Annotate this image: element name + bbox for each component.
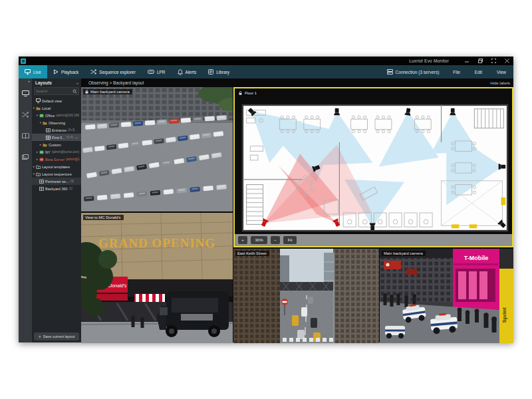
mcdonalds-video: GRAND OPENING McDonald's xyxy=(81,213,233,343)
tab-lpr[interactable]: LPR xyxy=(142,65,172,78)
grid-icon xyxy=(46,136,51,140)
camera-tile-police-street[interactable]: Main backyard camera T-Mobile xyxy=(380,249,513,343)
maps-book-icon[interactable] xyxy=(22,130,29,142)
unlock-icon xyxy=(239,91,243,95)
breadcrumb-bar: Observing > Backyard layout Hide labels xyxy=(81,78,513,87)
floorplan-tile[interactable]: Floor 1 xyxy=(233,87,513,247)
tab-library[interactable]: Library xyxy=(202,65,235,78)
app-icon xyxy=(21,59,26,64)
bell-icon xyxy=(178,69,183,75)
svg-text:T-Mobile: T-Mobile xyxy=(464,255,489,261)
window-title: Luxriot Evo Monitor xyxy=(409,59,449,63)
street-video xyxy=(233,249,379,343)
viewing-area: Observing > Backyard layout Hide labels … xyxy=(81,78,513,342)
folder-icon xyxy=(36,106,41,110)
server-red-icon xyxy=(39,158,44,162)
tab-alerts[interactable]: Alerts xyxy=(172,65,203,78)
app-window: Luxriot Evo Monitor Live Playback Sequen… xyxy=(19,57,513,342)
lock-icon xyxy=(85,90,88,94)
save-current-layout-button[interactable]: + Save current layout xyxy=(34,332,79,340)
hide-labels-link[interactable]: Hide labels xyxy=(490,81,510,85)
layouts-panel-title: Layouts xyxy=(35,80,52,85)
grid-icon xyxy=(39,180,44,184)
tree-item-entrance[interactable]: Entrance (3+3) xyxy=(32,126,81,134)
minimize-icon[interactable] xyxy=(465,59,469,63)
layouts-panel: Layouts « Default view ▾ Local xyxy=(32,78,81,342)
shuffle-icon xyxy=(90,69,96,74)
tab-sequence-explorer[interactable]: Sequence explorer xyxy=(84,65,142,78)
template-icon xyxy=(36,172,41,176)
search-icon xyxy=(72,89,77,94)
map-zoom-toolbar: + 30% − Fit xyxy=(235,234,512,246)
server-green-icon xyxy=(39,114,44,118)
menu-view[interactable]: View xyxy=(489,70,513,74)
folder-icon xyxy=(43,143,47,147)
svg-text:GRAND OPENING: GRAND OPENING xyxy=(98,236,215,250)
search-box[interactable] xyxy=(34,87,79,95)
tree-item-beta-server[interactable]: ▸ Beta Server (admin@1...) xyxy=(32,156,81,163)
parking-lot-video xyxy=(81,87,233,211)
tree-item-observing[interactable]: ▾ Observing xyxy=(32,119,81,126)
play-icon xyxy=(53,69,59,74)
layouts-tree: Default view ▾ Local ▾ Office (admin@192… xyxy=(32,97,81,331)
tree-item-layout-sequences[interactable]: ▾ Layout sequences xyxy=(32,170,81,178)
tree-item-layout-templates[interactable]: ▸ Layout templates xyxy=(32,163,81,170)
tree-item-perimeter-sequence[interactable]: Perimeter se... (4) xyxy=(32,178,81,185)
tree-item-office[interactable]: ▾ Office (admin@192.168.1.5) xyxy=(32,112,81,119)
police-street-video: T-Mobile Sprint xyxy=(380,249,513,343)
expand-rail-chevron[interactable]: » xyxy=(28,79,30,83)
monitor-icon xyxy=(36,98,41,103)
camera-label: Main backyard camera xyxy=(83,89,132,94)
servers-icon xyxy=(387,69,393,74)
sequences-shuffle-icon[interactable] xyxy=(22,108,29,120)
zoom-fit-button[interactable]: Fit xyxy=(283,236,297,244)
bookmarks-image-icon[interactable] xyxy=(22,151,29,163)
floorplan-map[interactable] xyxy=(241,104,509,232)
library-icon xyxy=(208,69,213,74)
zoom-level[interactable]: 30% xyxy=(251,236,267,244)
camera-tile-east-keith[interactable]: East Keith Street xyxy=(233,249,379,343)
camera-tile-parking[interactable]: Main backyard camera xyxy=(81,87,233,211)
camera-label: East Keith Street xyxy=(235,251,269,256)
collapse-panel-chevron[interactable]: « xyxy=(76,81,78,85)
tree-item-backyard-360[interactable]: Backyard 360 (1) xyxy=(32,185,81,192)
grid-icon xyxy=(46,128,51,132)
close-icon[interactable] xyxy=(505,59,509,63)
camera-label: Main backyard camera xyxy=(382,251,426,256)
tab-playback[interactable]: Playback xyxy=(47,65,84,78)
connection-menu[interactable]: Connection (3 servers) xyxy=(380,69,446,74)
menu-edit[interactable]: Edit xyxy=(467,70,489,74)
floorplan-label: Floor 1 xyxy=(237,90,259,96)
search-input[interactable] xyxy=(36,89,72,93)
zoom-in-button[interactable]: + xyxy=(238,236,247,244)
tree-item-custom[interactable]: ▸ Custom xyxy=(32,141,81,148)
fullscreen-icon[interactable] xyxy=(491,59,496,63)
tree-item-first-floor[interactable]: First fl... (5+5) ⋯ xyxy=(32,134,81,141)
tab-live[interactable]: Live xyxy=(19,65,47,78)
main-toolbar: Live Playback Sequence explorer LPR Aler… xyxy=(19,65,513,78)
svg-text:Sprint: Sprint xyxy=(501,307,507,323)
grid-icon xyxy=(39,187,44,191)
breadcrumb[interactable]: Observing > Backyard layout xyxy=(88,80,144,85)
template-icon xyxy=(36,165,41,169)
plus-icon: + xyxy=(39,334,41,339)
tree-item-ny[interactable]: ▸ NY (admin@luxriot.com) xyxy=(32,148,81,156)
window-titlebar: Luxriot Evo Monitor xyxy=(19,57,513,65)
monitor-icon xyxy=(25,69,31,74)
server-green-icon xyxy=(39,150,44,154)
tree-item-local[interactable]: ▾ Local xyxy=(32,104,81,112)
plate-icon xyxy=(148,69,154,74)
zoom-out-button[interactable]: − xyxy=(271,236,280,244)
folder-icon xyxy=(43,121,47,125)
tree-item-default-view[interactable]: Default view xyxy=(32,97,81,104)
menu-file[interactable]: File xyxy=(446,70,467,74)
layouts-monitor-icon[interactable] xyxy=(22,87,29,99)
left-icon-rail: » xyxy=(19,78,32,342)
more-options-icon[interactable]: ⋯ xyxy=(75,136,80,140)
camera-label: View to MC Donald's xyxy=(83,215,124,220)
restore-icon[interactable] xyxy=(478,59,483,63)
camera-tile-mcdonalds[interactable]: View to MC Donald's GRAND OPENING McDona… xyxy=(81,213,233,343)
